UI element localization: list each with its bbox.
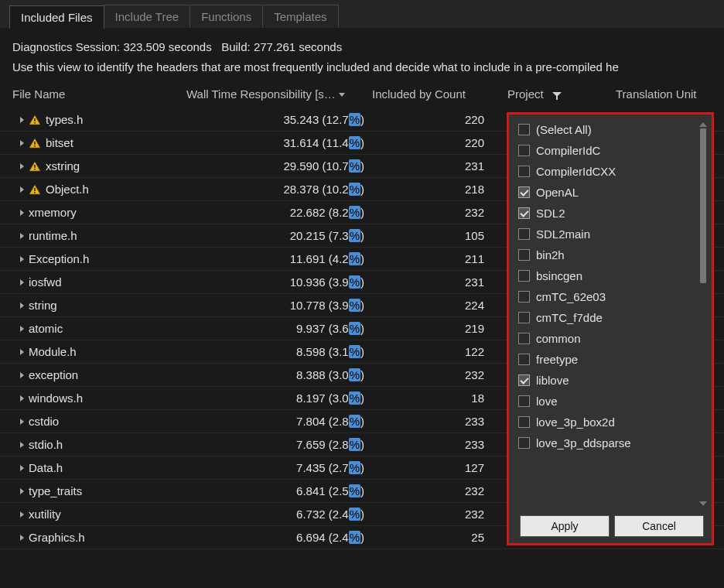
checkbox[interactable] [518, 354, 530, 365]
scroll-thumb[interactable] [700, 128, 706, 283]
checkbox[interactable] [518, 145, 530, 156]
expand-icon[interactable] [20, 488, 24, 494]
checkbox[interactable] [518, 437, 530, 449]
filter-icon[interactable] [552, 90, 562, 99]
tab-bar: Included FilesInclude TreeFunctionsTempl… [0, 0, 724, 29]
filter-item[interactable]: cmTC_62e03 [515, 286, 709, 307]
warning-icon [29, 184, 41, 195]
file-name: windows.h [29, 391, 83, 405]
expand-icon[interactable] [20, 419, 24, 425]
column-header-translation-unit[interactable]: Translation Unit [616, 87, 724, 101]
cell-count: 127 [372, 461, 507, 474]
filter-item[interactable]: common [515, 328, 709, 349]
expand-icon[interactable] [20, 140, 24, 146]
expand-icon[interactable] [20, 349, 24, 355]
expand-icon[interactable] [20, 279, 24, 285]
filter-item[interactable]: love_3p_ddsparse [515, 432, 709, 453]
cell-walltime: 10.936 (3.9%) [186, 275, 372, 289]
filter-item-label: CompilerIdC [536, 144, 600, 157]
filter-item[interactable]: liblove [515, 370, 709, 391]
file-name: Module.h [29, 345, 77, 358]
checkbox[interactable] [518, 270, 530, 282]
filter-item[interactable]: freetype [515, 349, 709, 370]
checkbox[interactable] [518, 207, 530, 219]
svg-rect-2 [34, 142, 36, 145]
hint-text: Use this view to identify the headers th… [12, 57, 712, 77]
cell-walltime: 9.937 (3.6%) [186, 322, 372, 335]
cell-file: exception [12, 368, 186, 381]
expand-icon[interactable] [20, 233, 24, 239]
expand-icon[interactable] [20, 210, 24, 216]
cell-count: 219 [372, 322, 507, 335]
cancel-button[interactable]: Cancel [614, 515, 704, 537]
checkbox[interactable] [518, 186, 530, 198]
tab-include-tree[interactable]: Include Tree [104, 5, 191, 28]
cell-count: 18 [372, 391, 507, 405]
column-header-project[interactable]: Project [507, 87, 616, 101]
checkbox[interactable] [518, 416, 530, 428]
filter-item[interactable]: love_3p_box2d [515, 412, 709, 432]
expand-icon[interactable] [20, 535, 24, 541]
filter-item[interactable]: cmTC_f7dde [515, 307, 709, 328]
checkbox[interactable] [518, 166, 530, 177]
cell-file: types.h [12, 113, 186, 126]
filter-item[interactable]: SDL2main [515, 224, 709, 244]
expand-icon[interactable] [20, 163, 24, 169]
cell-file: windows.h [12, 391, 186, 405]
warning-icon [29, 115, 41, 125]
expand-icon[interactable] [20, 465, 24, 471]
checkbox[interactable] [518, 395, 530, 407]
build-value: 277.261 seconds [254, 40, 342, 53]
checkbox[interactable] [518, 333, 530, 344]
filter-item[interactable]: love [515, 391, 709, 412]
checkbox[interactable] [518, 312, 530, 323]
filter-buttons: Apply Cancel [515, 509, 709, 537]
cell-walltime: 8.197 (3.0%) [186, 391, 372, 405]
filter-item[interactable]: SDL2 [515, 203, 709, 224]
tab-functions[interactable]: Functions [190, 5, 263, 28]
filter-item[interactable]: bsincgen [515, 265, 709, 286]
filter-scrollbar[interactable] [699, 122, 707, 506]
file-name: Exception.h [29, 252, 89, 265]
cell-walltime: 31.614 (11.4%) [186, 136, 372, 149]
tab-included-files[interactable]: Included Files [9, 5, 104, 29]
column-header-walltime-label: Wall Time Responsibility [s… [186, 87, 336, 101]
file-name: exception [29, 368, 78, 381]
expand-icon[interactable] [20, 117, 24, 123]
filter-item[interactable]: CompilerIdC [515, 140, 709, 161]
tab-templates[interactable]: Templates [262, 5, 338, 28]
filter-item[interactable]: CompilerIdCXX [515, 161, 709, 182]
session-label: Diagnostics Session: [12, 40, 120, 53]
expand-icon[interactable] [20, 395, 24, 402]
filter-item[interactable]: OpenAL [515, 182, 709, 203]
expand-icon[interactable] [20, 372, 24, 378]
cell-walltime: 8.388 (3.0%) [186, 368, 372, 381]
expand-icon[interactable] [20, 186, 24, 193]
checkbox[interactable] [518, 249, 530, 261]
file-name: type_traits [29, 484, 82, 497]
cell-walltime: 29.590 (10.7%) [186, 159, 372, 173]
sort-descending-icon [339, 93, 345, 97]
column-header-file[interactable]: File Name [12, 87, 186, 101]
checkbox[interactable] [518, 291, 530, 303]
filter-item[interactable]: bin2h [515, 244, 709, 265]
checkbox[interactable] [518, 374, 530, 386]
filter-item[interactable]: (Select All) [515, 119, 709, 140]
expand-icon[interactable] [20, 256, 24, 262]
expand-icon[interactable] [20, 442, 24, 448]
column-header-walltime[interactable]: Wall Time Responsibility [s… [186, 87, 372, 101]
cell-walltime: 6.694 (2.4%) [186, 531, 372, 544]
expand-icon[interactable] [20, 303, 24, 309]
expand-icon[interactable] [20, 326, 24, 332]
column-header-count[interactable]: Included by Count [372, 87, 507, 101]
scroll-down-icon[interactable] [699, 501, 707, 506]
checkbox[interactable] [518, 124, 530, 135]
apply-button[interactable]: Apply [520, 515, 610, 537]
cell-walltime: 20.215 (7.3%) [186, 229, 372, 242]
expand-icon[interactable] [20, 511, 24, 518]
scroll-up-icon[interactable] [699, 122, 707, 127]
checkbox[interactable] [518, 228, 530, 240]
cell-count: 211 [372, 252, 507, 265]
cell-count: 232 [372, 368, 507, 381]
cell-count: 233 [372, 415, 507, 428]
